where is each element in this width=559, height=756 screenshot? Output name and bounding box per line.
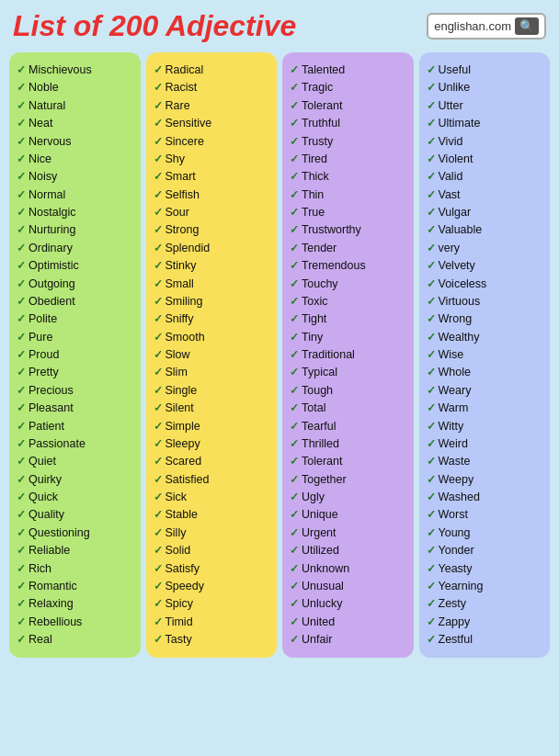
word-label: Tasty	[165, 631, 192, 649]
checkmark-icon: ✓	[427, 151, 436, 168]
list-item: ✓Urgent	[290, 525, 406, 542]
list-item: ✓Obedient	[17, 293, 133, 310]
checkmark-icon: ✓	[154, 293, 163, 310]
checkmark-icon: ✓	[154, 614, 163, 631]
list-item: ✓Valuable	[427, 221, 543, 239]
word-label: Strong	[165, 221, 200, 239]
word-label: Unknown	[302, 560, 349, 578]
list-item: ✓Tremendous	[290, 257, 406, 275]
checkmark-icon: ✓	[154, 115, 163, 132]
word-label: Romantic	[29, 578, 77, 595]
word-label: Smooth	[165, 329, 205, 346]
word-label: Witty	[439, 418, 464, 435]
search-box[interactable]: englishan.com 🔍	[427, 13, 546, 39]
checkmark-icon: ✓	[17, 346, 26, 364]
list-item: ✓Satisfied	[154, 471, 270, 489]
list-item: ✓Thrilled	[290, 435, 406, 453]
checkmark-icon: ✓	[290, 257, 299, 275]
checkmark-icon: ✓	[290, 204, 299, 221]
checkmark-icon: ✓	[290, 240, 299, 257]
list-item: ✓Mischievous	[17, 62, 133, 79]
word-label: Noble	[29, 79, 59, 96]
word-label: Splendid	[165, 240, 211, 257]
checkmark-icon: ✓	[154, 310, 163, 328]
word-label: Speedy	[165, 578, 204, 595]
checkmark-icon: ✓	[427, 168, 436, 186]
list-item: ✓Together	[290, 471, 406, 489]
list-item: ✓Thick	[290, 168, 406, 186]
word-label: Yearning	[439, 578, 484, 595]
list-item: ✓Patient	[17, 418, 133, 435]
word-label: Tragic	[302, 79, 333, 96]
checkmark-icon: ✓	[290, 186, 299, 204]
checkmark-icon: ✓	[17, 418, 26, 435]
word-label: Wrong	[439, 310, 473, 328]
list-item: ✓Utilized	[290, 542, 406, 559]
word-label: Shy	[165, 151, 186, 168]
checkmark-icon: ✓	[154, 346, 163, 364]
list-item: ✓Ugly	[290, 489, 406, 506]
list-item: ✓Vivid	[427, 133, 543, 151]
list-item: ✓Washed	[427, 489, 543, 506]
word-label: Waste	[439, 453, 471, 470]
checkmark-icon: ✓	[290, 221, 299, 239]
list-item: ✓Stinky	[154, 257, 270, 275]
checkmark-icon: ✓	[427, 186, 436, 204]
word-label: Questioning	[29, 525, 90, 542]
page-header: List of 200 Adjective englishan.com 🔍	[9, 9, 550, 43]
word-label: Pleasant	[29, 400, 74, 417]
word-label: Quirky	[29, 471, 62, 489]
list-item: ✓Romantic	[17, 578, 133, 595]
list-item: ✓Sour	[154, 204, 270, 221]
checkmark-icon: ✓	[154, 525, 163, 542]
list-item: ✓Zestful	[427, 631, 543, 649]
checkmark-icon: ✓	[17, 560, 26, 578]
list-item: ✓Stable	[154, 506, 270, 524]
list-item: ✓Scared	[154, 453, 270, 470]
word-label: Slow	[165, 346, 190, 364]
checkmark-icon: ✓	[427, 310, 436, 328]
list-item: ✓Simple	[154, 418, 270, 435]
checkmark-icon: ✓	[17, 382, 26, 400]
word-label: Smart	[165, 168, 196, 186]
list-item: ✓Nurturing	[17, 221, 133, 239]
checkmark-icon: ✓	[154, 595, 163, 613]
list-item: ✓Satisfy	[154, 560, 270, 578]
checkmark-icon: ✓	[17, 204, 26, 221]
word-label: Nice	[29, 151, 51, 168]
list-item: ✓Talented	[290, 62, 406, 79]
checkmark-icon: ✓	[17, 62, 26, 79]
word-label: Together	[302, 471, 347, 489]
checkmark-icon: ✓	[427, 435, 436, 453]
checkmark-icon: ✓	[427, 525, 436, 542]
list-item: ✓Strong	[154, 221, 270, 239]
checkmark-icon: ✓	[427, 62, 436, 79]
word-label: Yeasty	[439, 560, 473, 578]
word-label: Silly	[165, 525, 187, 542]
checkmark-icon: ✓	[17, 489, 26, 506]
list-item: ✓Unknown	[290, 560, 406, 578]
word-label: Stable	[165, 506, 198, 524]
word-label: United	[302, 614, 335, 631]
list-item: ✓Voiceless	[427, 276, 543, 293]
checkmark-icon: ✓	[17, 364, 26, 381]
checkmark-icon: ✓	[17, 168, 26, 186]
checkmark-icon: ✓	[427, 329, 436, 346]
word-label: Talented	[302, 62, 345, 79]
column-lavender: ✓Useful✓Unlike✓Utter✓Ultimate✓Vivid✓Viol…	[419, 52, 551, 658]
list-item: ✓Natural	[17, 97, 133, 115]
word-label: Sniffy	[165, 310, 194, 328]
list-item: ✓Pleasant	[17, 400, 133, 417]
checkmark-icon: ✓	[427, 293, 436, 310]
checkmark-icon: ✓	[427, 257, 436, 275]
checkmark-icon: ✓	[427, 204, 436, 221]
checkmark-icon: ✓	[17, 614, 26, 631]
word-label: Trusty	[302, 133, 333, 151]
checkmark-icon: ✓	[290, 97, 299, 115]
list-item: ✓Utter	[427, 97, 543, 115]
checkmark-icon: ✓	[154, 240, 163, 257]
search-icon[interactable]: 🔍	[515, 17, 539, 35]
word-label: Valid	[439, 168, 463, 186]
checkmark-icon: ✓	[427, 400, 436, 417]
list-item: ✓Nostalgic	[17, 204, 133, 221]
